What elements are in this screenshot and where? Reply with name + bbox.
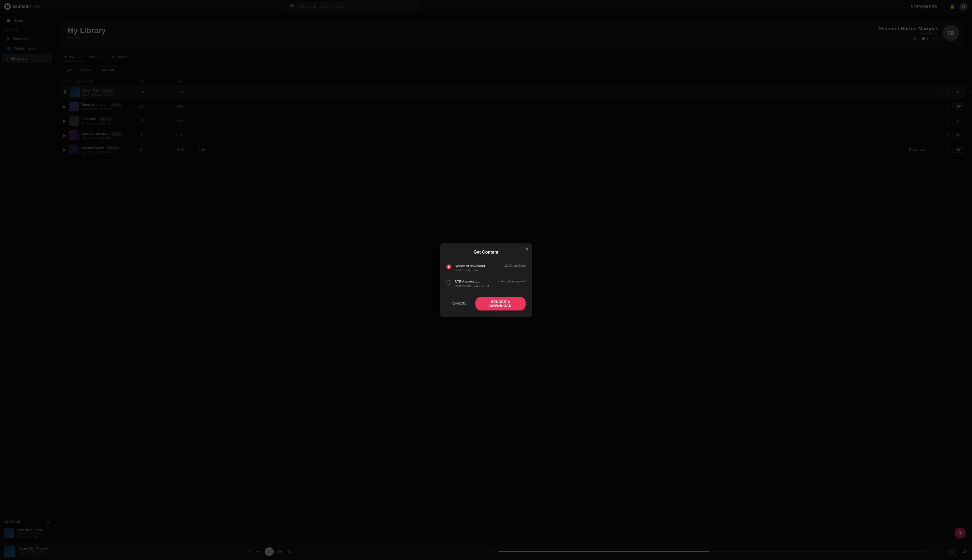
standard-option-sub: Includes mp3, wav	[455, 268, 501, 272]
get-content-modal: Get Content ✕ Standard download Includes…	[440, 243, 532, 317]
cancel-button[interactable]: CANCEL	[447, 297, 473, 310]
stem-radio[interactable]	[447, 280, 451, 285]
standard-option-badge: 10/10 remaining	[504, 264, 525, 267]
standard-option-info: Standard download Includes mp3, wav	[455, 264, 501, 272]
download-option-standard[interactable]: Standard download Includes mp3, wav 10/1…	[447, 260, 525, 276]
standard-radio[interactable]	[447, 264, 451, 269]
stem-option-title: STEM download	[455, 280, 494, 284]
download-option-stem[interactable]: STEM download Includes mp3, wav, STEM Su…	[447, 276, 525, 292]
stem-option-info: STEM download Includes mp3, wav, STEM	[455, 280, 494, 287]
standard-option-title: Standard download	[455, 264, 501, 268]
radio-inner	[448, 266, 450, 268]
stem-option-sub: Includes mp3, wav, STEM	[455, 284, 494, 287]
modal-actions: CANCEL RENDER & DOWNLOAD	[447, 297, 525, 310]
render-download-button[interactable]: RENDER & DOWNLOAD	[475, 297, 525, 310]
stem-option-badge: Subscription required	[497, 280, 525, 283]
modal-overlay[interactable]: Get Content ✕ Standard download Includes…	[0, 0, 972, 560]
modal-close-button[interactable]: ✕	[525, 247, 529, 252]
modal-title: Get Content	[447, 250, 525, 255]
